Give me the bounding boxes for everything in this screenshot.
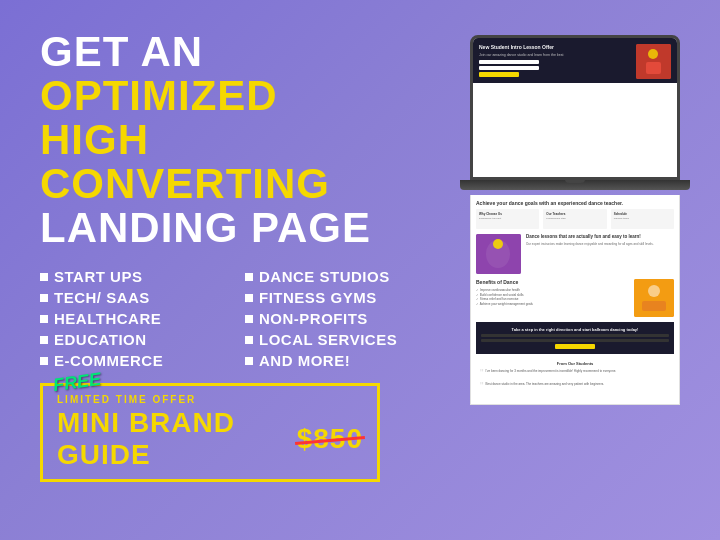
right-section: New Student Intro Lesson Offer Join our … (460, 30, 690, 515)
bullet-icon (40, 315, 48, 323)
bullet-tech-saas: TECH/ SAAS (40, 289, 245, 306)
quote-icon-1: " (480, 369, 484, 379)
laptop-mockup: New Student Intro Lesson Offer Join our … (460, 35, 690, 515)
quote-icon-2: " (480, 382, 484, 392)
bullet-icon (245, 315, 253, 323)
bullet-icon (40, 294, 48, 302)
svg-rect-6 (634, 279, 674, 317)
bullet-and-more: AND MORE! (245, 352, 450, 369)
left-section: GET AN OPTIMIZED HIGH CONVERTING LANDING… (40, 30, 460, 482)
laptop-screen: New Student Intro Lesson Offer Join our … (473, 38, 677, 177)
svg-point-5 (493, 239, 503, 249)
page-content-extended: Achieve your dance goals with an experie… (470, 195, 680, 405)
pce-cta-field-1 (481, 334, 669, 337)
pce-cta-field-2 (481, 339, 669, 342)
pce-testimonial-2-text: Best dance studio in the area. The teach… (486, 382, 605, 392)
pce-card-row: Why Choose Us Experience the best Our Te… (476, 209, 674, 229)
offer-box: FREE LIMITED TIME OFFER MINI BRAND GUIDE… (40, 383, 380, 482)
bullet-start-ups: START UPS (40, 268, 245, 285)
get-an-text: GET AN (40, 28, 203, 75)
pce-cta-section: Take a step in the right direction and s… (476, 322, 674, 354)
main-container: GET AN OPTIMIZED HIGH CONVERTING LANDING… (10, 10, 710, 530)
optimized-text: OPTIMIZED (40, 72, 278, 119)
bullet-healthcare: HEALTHCARE (40, 310, 245, 327)
bullet-dance-studios: DANCE STUDIOS (245, 268, 450, 285)
wp-hero-title: New Student Intro Lesson Offer (479, 44, 632, 51)
pce-cta-button (555, 344, 595, 349)
svg-point-1 (648, 49, 658, 59)
bullet-icon (245, 357, 253, 365)
bullet-fitness-gyms: FITNESS GYMS (245, 289, 450, 306)
bullet-icon (245, 336, 253, 344)
wp-form-button (479, 72, 519, 77)
wp-form-field-1 (479, 60, 539, 64)
bullet-non-profits: NON-PROFITS (245, 310, 450, 327)
headline-line4: LANDING PAGE (40, 206, 450, 250)
wp-hero-section: New Student Intro Lesson Offer Join our … (473, 38, 677, 83)
bullet-icon (245, 294, 253, 302)
wp-hero-image (636, 44, 671, 79)
pce-testimonials-title: From Our Students (480, 361, 670, 366)
bullet-education: EDUCATION (40, 331, 245, 348)
wp-hero-text: New Student Intro Lesson Offer Join our … (479, 44, 632, 77)
pce-benefits-section: Benefits of Dance ✓ Improve cardiovascul… (476, 279, 674, 317)
bullet-icon (40, 273, 48, 281)
pce-achieve-section: Achieve your dance goals with an experie… (476, 200, 674, 229)
laptop-notch (565, 178, 585, 183)
wp-form-field-2 (479, 66, 539, 70)
pce-testimonial-2: " Best dance studio in the area. The tea… (480, 382, 670, 392)
headline-line3: HIGH CONVERTING (40, 118, 450, 206)
offer-free-label: FREE (52, 369, 102, 396)
pce-dance-section: Dance lessons that are actually fun and … (476, 234, 674, 274)
svg-rect-2 (646, 62, 661, 74)
bullet-col-1: START UPS TECH/ SAAS HEALTHCARE EDUCATIO… (40, 268, 245, 369)
wp-hero-form (479, 60, 632, 77)
bullet-ecommerce: E-COMMERCE (40, 352, 245, 369)
bullet-section: START UPS TECH/ SAAS HEALTHCARE EDUCATIO… (40, 268, 450, 369)
offer-title: MINI BRAND GUIDE $850 (57, 407, 363, 471)
pce-achieve-title: Achieve your dance goals with an experie… (476, 200, 674, 206)
pce-testimonial-1-text: I've been dancing for 3 months and the i… (486, 369, 617, 379)
bullet-col-2: DANCE STUDIOS FITNESS GYMS NON-PROFITS L… (245, 268, 450, 369)
pce-testimonials: From Our Students " I've been dancing fo… (476, 357, 674, 399)
laptop-body: New Student Intro Lesson Offer Join our … (470, 35, 680, 180)
pce-testimonial-1: " I've been dancing for 3 months and the… (480, 369, 670, 379)
offer-price-wrapper: $850 (297, 423, 363, 455)
bullet-icon (40, 336, 48, 344)
headline: GET AN OPTIMIZED HIGH CONVERTING LANDING… (40, 30, 450, 250)
bullet-icon (40, 357, 48, 365)
pce-dance-title: Dance lessons that are actually fun and … (526, 234, 654, 240)
wp-hero-subtitle: Join our amazing dance studio and learn … (479, 53, 632, 58)
offer-limited-time: LIMITED TIME OFFER (57, 394, 363, 405)
website-preview: New Student Intro Lesson Offer Join our … (473, 38, 677, 177)
bullet-local-services: LOCAL SERVICES (245, 331, 450, 348)
svg-point-7 (648, 285, 660, 297)
headline-line1: GET AN OPTIMIZED (40, 30, 450, 118)
pce-cta-title: Take a step in the right direction and s… (481, 327, 669, 332)
bullet-icon (245, 273, 253, 281)
svg-rect-8 (642, 301, 666, 311)
